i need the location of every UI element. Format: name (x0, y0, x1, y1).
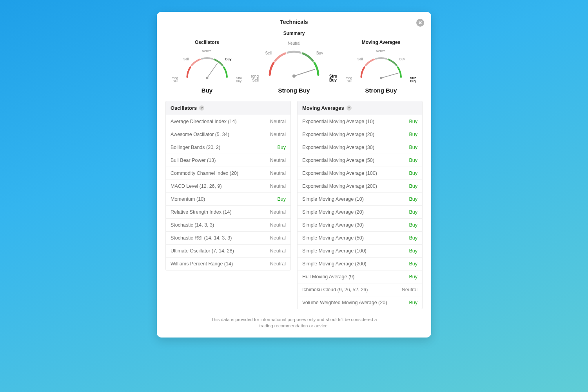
svg-text:Buy: Buy (399, 58, 405, 61)
table-row: Exponential Moving Average (100)Buy (298, 167, 422, 180)
indicator-name: Simple Moving Average (20) (302, 209, 364, 215)
indicator-value: Neutral (270, 222, 286, 228)
gauge-oscillators: OscillatorsStrongSellSellNeutralBuyStron… (168, 40, 246, 94)
indicator-value: Neutral (270, 119, 286, 124)
indicator-name: Stochastic RSI (14, 14, 3, 3) (171, 235, 232, 241)
indicator-value: Buy (409, 119, 417, 124)
indicator-value: Neutral (270, 183, 286, 189)
indicator-name: Simple Moving Average (100) (302, 248, 367, 254)
oscillators-header-label: Oscillators (171, 105, 197, 111)
technicals-card: Technicals OscillatorsStrongSellSellNeut… (157, 12, 431, 338)
table-row: Simple Moving Average (30)Buy (298, 218, 422, 231)
svg-line-9 (294, 69, 315, 76)
indicator-name: Commodity Channel Index (20) (171, 171, 238, 176)
svg-text:Buy: Buy (236, 80, 242, 83)
indicator-name: Exponential Moving Average (50) (302, 158, 374, 163)
table-row: Ultimate Oscillator (7, 14, 28)Neutral (166, 244, 290, 257)
indicator-value: Buy (277, 196, 286, 202)
indicator-value: Buy (409, 196, 417, 202)
svg-text:Sell: Sell (358, 58, 363, 61)
svg-text:Sell: Sell (173, 80, 178, 83)
indicator-value: Buy (409, 222, 417, 228)
table-row: Simple Moving Average (200)Buy (298, 257, 422, 270)
table-row: Average Directional Index (14)Neutral (166, 115, 290, 128)
table-row: Stochastic RSI (14, 14, 3, 3)Neutral (166, 231, 290, 244)
gauge-verdict: Strong Buy (342, 87, 420, 94)
indicator-value: Buy (409, 300, 417, 305)
indicator-value: Neutral (270, 235, 286, 241)
gauge-title: Summary (251, 31, 337, 36)
table-row: Exponential Moving Average (30)Buy (298, 141, 422, 154)
indicator-name: Momentum (10) (171, 196, 205, 202)
indicator-value: Buy (277, 145, 286, 150)
table-row: Exponential Moving Average (50)Buy (298, 154, 422, 167)
card-title: Technicals (165, 19, 423, 25)
table-row: Simple Moving Average (50)Buy (298, 231, 422, 244)
gauge-title: Moving Averages (342, 40, 420, 45)
indicator-name: Exponential Moving Average (20) (302, 132, 374, 137)
indicator-name: Bollinger Bands (20, 2) (171, 145, 220, 150)
indicator-name: Volume Weighted Moving Average (20) (302, 300, 387, 305)
svg-text:Sell: Sell (265, 51, 272, 55)
table-row: Bull Bear Power (13)Neutral (166, 154, 290, 167)
svg-text:Neutral: Neutral (288, 41, 300, 45)
indicator-value: Buy (409, 171, 417, 176)
svg-text:Neutral: Neutral (202, 50, 212, 53)
table-row: Bollinger Bands (20, 2)Buy (166, 141, 290, 154)
indicator-value: Buy (409, 248, 417, 254)
oscillators-header: Oscillators ? (165, 101, 291, 115)
indicator-value: Neutral (270, 261, 286, 267)
svg-text:Neutral: Neutral (376, 50, 387, 53)
indicator-name: Simple Moving Average (50) (302, 235, 364, 241)
indicator-value: Neutral (270, 171, 286, 176)
indicator-value: Neutral (270, 209, 286, 215)
indicator-value: Neutral (270, 132, 286, 137)
info-icon[interactable]: ? (199, 105, 204, 111)
indicator-name: Average Directional Index (14) (171, 119, 237, 124)
indicator-name: Exponential Moving Average (200) (302, 183, 377, 189)
indicator-name: Ultimate Oscillator (7, 14, 28) (171, 248, 234, 254)
indicator-value: Buy (409, 261, 417, 267)
table-row: Simple Moving Average (20)Buy (298, 205, 422, 218)
moving-averages-header: Moving Averages ? (297, 101, 423, 115)
svg-point-19 (380, 77, 383, 80)
indicator-name: Hull Moving Average (9) (302, 274, 354, 279)
svg-point-1 (206, 77, 209, 80)
table-row: Relative Strength Index (14)Neutral (166, 205, 290, 218)
indicator-name: MACD Level (12, 26, 9) (171, 183, 222, 189)
moving-averages-rows: Exponential Moving Average (10)BuyExpone… (297, 115, 423, 309)
table-row: Simple Moving Average (10)Buy (298, 192, 422, 205)
indicator-value: Buy (409, 158, 417, 163)
indicator-value: Neutral (270, 248, 286, 254)
table-row: Hull Moving Average (9)Buy (298, 270, 422, 283)
table-row: Exponential Moving Average (200)Buy (298, 180, 422, 192)
table-row: Simple Moving Average (100)Buy (298, 244, 422, 257)
table-row: Exponential Moving Average (20)Buy (298, 128, 422, 141)
gauge-moving-averages: Moving AveragesStrongSellSellNeutralBuyS… (342, 40, 420, 94)
gauge-verdict: Buy (168, 87, 246, 94)
table-row: Momentum (10)Buy (166, 192, 290, 205)
svg-text:Sell: Sell (252, 78, 259, 82)
svg-text:Sell: Sell (347, 80, 352, 83)
tables-row: Oscillators ? Average Directional Index … (165, 101, 423, 309)
indicator-name: Stochastic (14, 3, 3) (171, 222, 214, 228)
indicator-name: Relative Strength Index (14) (171, 209, 232, 215)
oscillators-column: Oscillators ? Average Directional Index … (165, 101, 291, 309)
indicator-name: Simple Moving Average (30) (302, 222, 364, 228)
indicator-name: Simple Moving Average (10) (302, 196, 364, 202)
info-icon[interactable]: ? (347, 105, 352, 111)
indicator-name: Ichimoku Cloud (9, 26, 52, 26) (302, 287, 368, 292)
svg-text:Buy: Buy (316, 51, 323, 55)
table-row: Awesome Oscillator (5, 34)Neutral (166, 128, 290, 141)
indicator-value: Neutral (402, 287, 417, 292)
gauge-title: Oscillators (168, 40, 246, 45)
svg-point-10 (292, 74, 296, 78)
close-icon[interactable] (416, 19, 424, 27)
indicator-name: Bull Bear Power (13) (171, 158, 216, 163)
table-row: Stochastic (14, 3, 3)Neutral (166, 218, 290, 231)
table-row: Exponential Moving Average (10)Buy (298, 115, 422, 128)
svg-line-18 (381, 73, 398, 78)
indicator-value: Neutral (270, 158, 286, 163)
gauge-summary: SummaryStrongSellSellNeutralBuyStrongBuy… (251, 31, 337, 94)
table-row: Williams Percent Range (14)Neutral (166, 257, 290, 270)
